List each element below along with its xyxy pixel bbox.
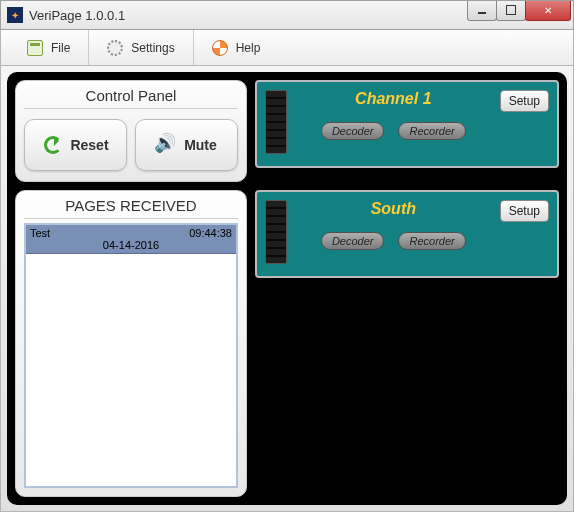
page-time: 09:44:38 xyxy=(189,227,232,239)
help-icon xyxy=(212,40,228,56)
window-title: VeriPage 1.0.0.1 xyxy=(29,8,125,23)
control-panel: Control Panel Reset Mute xyxy=(15,80,247,182)
pages-received-panel: PAGES RECEIVED Test 09:44:38 04-14-2016 xyxy=(15,190,247,497)
channel-1: Channel 1 Decoder Recorder Setup xyxy=(255,80,559,168)
page-date: 04-14-2016 xyxy=(30,239,232,251)
file-menu[interactable]: File xyxy=(9,30,89,65)
channel-title: Channel 1 xyxy=(297,90,490,108)
reset-icon xyxy=(42,134,64,156)
main-panel: Control Panel Reset Mute Channel 1 Decod… xyxy=(7,72,567,505)
file-icon xyxy=(27,40,43,56)
file-label: File xyxy=(51,41,70,55)
mute-label: Mute xyxy=(184,137,217,153)
reset-button[interactable]: Reset xyxy=(24,119,127,171)
pages-list[interactable]: Test 09:44:38 04-14-2016 xyxy=(24,223,238,488)
recorder-button[interactable]: Recorder xyxy=(398,122,465,140)
reset-label: Reset xyxy=(70,137,108,153)
help-menu[interactable]: Help xyxy=(194,30,279,65)
setup-button[interactable]: Setup xyxy=(500,90,549,112)
app-icon: ✦ xyxy=(7,7,23,23)
pages-received-title: PAGES RECEIVED xyxy=(24,195,238,219)
decoder-button[interactable]: Decoder xyxy=(321,232,385,250)
minimize-button[interactable] xyxy=(467,1,497,21)
settings-label: Settings xyxy=(131,41,174,55)
toolbar: File Settings Help xyxy=(0,30,574,66)
level-meter xyxy=(265,90,287,154)
page-row[interactable]: Test 09:44:38 04-14-2016 xyxy=(26,225,236,254)
client-area: Control Panel Reset Mute Channel 1 Decod… xyxy=(0,66,574,512)
setup-button[interactable]: Setup xyxy=(500,200,549,222)
maximize-button[interactable] xyxy=(496,1,526,21)
settings-menu[interactable]: Settings xyxy=(89,30,193,65)
channel-title: South xyxy=(297,200,490,218)
page-name: Test xyxy=(30,227,50,239)
speaker-icon xyxy=(156,134,178,156)
decoder-button[interactable]: Decoder xyxy=(321,122,385,140)
control-panel-title: Control Panel xyxy=(24,85,238,109)
mute-button[interactable]: Mute xyxy=(135,119,238,171)
gear-icon xyxy=(107,40,123,56)
titlebar: ✦ VeriPage 1.0.0.1 xyxy=(0,0,574,30)
recorder-button[interactable]: Recorder xyxy=(398,232,465,250)
close-button[interactable] xyxy=(525,1,571,21)
channel-2: South Decoder Recorder Setup xyxy=(255,190,559,278)
help-label: Help xyxy=(236,41,261,55)
level-meter xyxy=(265,200,287,264)
